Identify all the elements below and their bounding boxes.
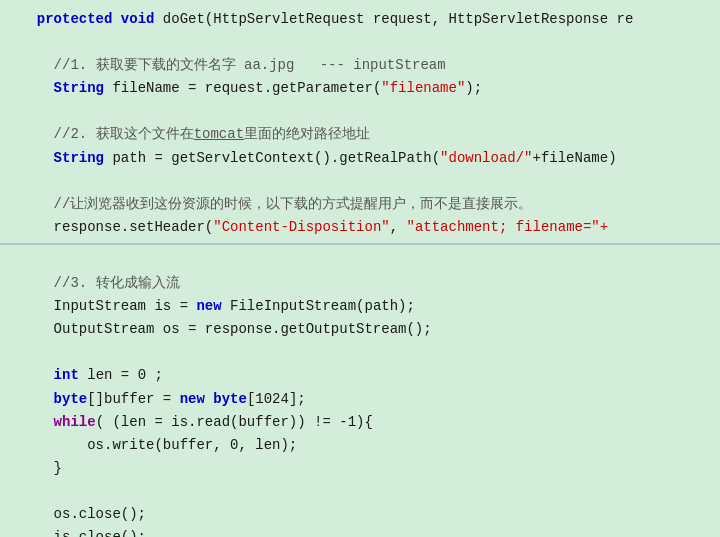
keyword-protected: protected <box>37 11 113 27</box>
keyword-string: String <box>54 80 104 96</box>
code-line-5 <box>0 100 720 123</box>
code-text: } <box>54 460 62 476</box>
code-line-18: byte[]buffer = new byte[1024]; <box>0 388 720 411</box>
code-text: os.close(); <box>54 506 146 522</box>
string-literal: "Content-Disposition" <box>213 219 389 235</box>
keyword-int: int <box>54 367 79 383</box>
code-line-23: os.close(); <box>0 503 720 526</box>
code-text: doGet(HttpServletRequest request, HttpSe… <box>154 11 633 27</box>
code-line-21: } <box>0 457 720 480</box>
code-text: +fileName) <box>533 150 617 166</box>
keyword-while: while <box>54 414 96 430</box>
code-line-10: response.setHeader("Content-Disposition"… <box>0 216 720 239</box>
code-line-2 <box>0 31 720 54</box>
code-text: len = 0 ; <box>79 367 163 383</box>
code-line-9: //让浏览器收到这份资源的时候，以下载的方式提醒用户，而不是直接展示。 <box>0 193 720 216</box>
underline-tomcat: tomcat <box>194 126 244 142</box>
code-text: ); <box>465 80 482 96</box>
code-text: path = getServletContext().getRealPath( <box>104 150 440 166</box>
code-line-8 <box>0 170 720 193</box>
code-line-20: os.write(buffer, 0, len); <box>0 434 720 457</box>
code-line-4: String fileName = request.getParameter("… <box>0 77 720 100</box>
keyword-byte2: byte <box>213 391 247 407</box>
code-line-15: OutputStream os = response.getOutputStre… <box>0 318 720 341</box>
code-text: [1024]; <box>247 391 306 407</box>
code-line-16 <box>0 341 720 364</box>
keyword-byte: byte <box>54 391 88 407</box>
code-line-1: protected void doGet(HttpServletRequest … <box>0 8 720 31</box>
code-line-14: InputStream is = new FileInputStream(pat… <box>0 295 720 318</box>
code-text: os.write(buffer, 0, len); <box>87 437 297 453</box>
code-text: OutputStream os = response.getOutputStre… <box>54 321 432 337</box>
code-text <box>205 391 213 407</box>
code-line-22 <box>0 480 720 503</box>
keyword-void: void <box>121 11 155 27</box>
code-editor: protected void doGet(HttpServletRequest … <box>0 0 720 537</box>
string-literal: "attachment; filename="+ <box>407 219 609 235</box>
code-line-12 <box>0 249 720 272</box>
keyword-new2: new <box>180 391 205 407</box>
string-literal: "download/" <box>440 150 532 166</box>
code-line-6: //2. 获取这个文件在tomcat里面的绝对路径地址 <box>0 123 720 146</box>
code-text: is.close(); <box>54 529 146 537</box>
code-line-19: while( (len = is.read(buffer)) != -1){ <box>0 411 720 434</box>
code-line-13: //3. 转化成输入流 <box>0 272 720 295</box>
code-text: ( (len = is.read(buffer)) != -1){ <box>96 414 373 430</box>
code-line-7: String path = getServletContext().getRea… <box>0 147 720 170</box>
code-text: , <box>390 219 407 235</box>
code-text: InputStream is = <box>54 298 197 314</box>
section-divider <box>0 243 720 245</box>
code-line-3: //1. 获取要下载的文件名字 aa.jpg --- inputStream <box>0 54 720 77</box>
code-line-24: is.close(); <box>0 526 720 537</box>
keyword-new: new <box>196 298 221 314</box>
keyword-string: String <box>54 150 104 166</box>
code-text: fileName = request.getParameter( <box>104 80 381 96</box>
code-text: FileInputStream(path); <box>222 298 415 314</box>
code-text: []buffer = <box>87 391 179 407</box>
code-line-17: int len = 0 ; <box>0 364 720 387</box>
string-literal: "filename" <box>381 80 465 96</box>
code-text: response.setHeader( <box>54 219 214 235</box>
